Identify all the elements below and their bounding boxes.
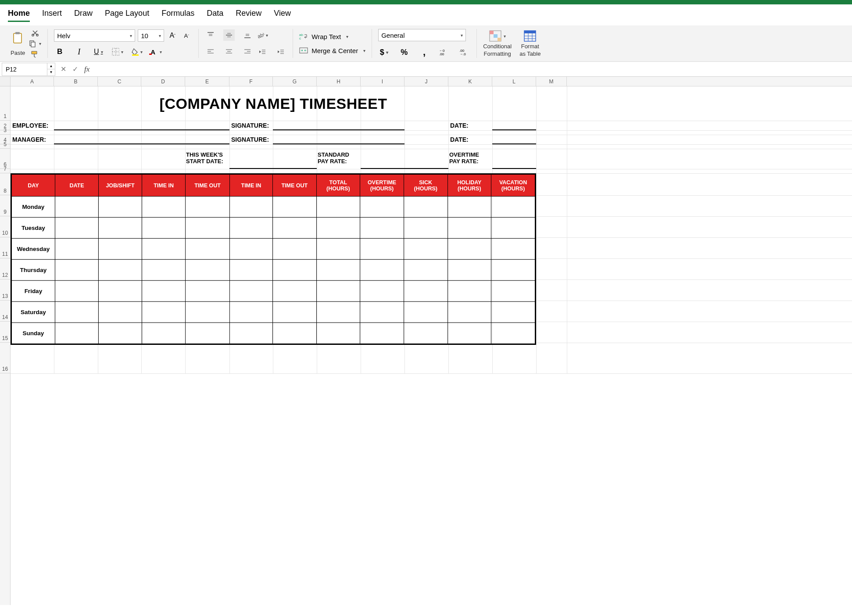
data-cell[interactable] <box>360 239 404 260</box>
ribbon-tab-formulas[interactable]: Formulas <box>161 9 194 22</box>
font-color-button[interactable]: A ▾ <box>150 46 162 57</box>
data-cell[interactable] <box>491 302 535 323</box>
column-header[interactable]: A <box>11 77 54 86</box>
data-cell[interactable] <box>447 218 491 239</box>
column-header[interactable]: J <box>405 77 448 86</box>
data-cell[interactable] <box>316 260 360 281</box>
data-cell[interactable] <box>142 218 185 239</box>
data-cell[interactable] <box>186 239 229 260</box>
row-header[interactable]: 15 <box>0 322 10 343</box>
data-cell[interactable] <box>491 281 535 302</box>
data-cell[interactable] <box>273 218 316 239</box>
data-cell[interactable] <box>447 197 491 218</box>
row-header[interactable]: 10 <box>0 216 10 237</box>
data-cell[interactable] <box>491 260 535 281</box>
align-top-icon[interactable] <box>205 29 216 41</box>
percent-button[interactable]: % <box>398 47 410 58</box>
bold-button[interactable]: B <box>54 46 65 57</box>
number-format-combo[interactable]: General ▾ <box>378 29 466 41</box>
week-start-field[interactable] <box>229 168 317 169</box>
column-header[interactable]: D <box>141 77 185 86</box>
format-painter-icon[interactable] <box>29 50 41 58</box>
employee-signature-field[interactable] <box>273 129 405 130</box>
name-box-spinner[interactable]: ▲ ▼ <box>47 63 55 76</box>
data-cell[interactable] <box>316 323 360 344</box>
paste-icon[interactable] <box>11 31 25 46</box>
data-cell[interactable] <box>99 302 142 323</box>
data-cell[interactable] <box>447 281 491 302</box>
align-bottom-icon[interactable] <box>242 29 253 41</box>
increase-font-icon[interactable]: Aˆ <box>167 30 178 41</box>
data-cell[interactable] <box>404 218 447 239</box>
data-cell[interactable] <box>229 197 272 218</box>
row-header[interactable]: 3 <box>0 130 10 135</box>
conditional-formatting-icon[interactable]: ▾ <box>489 30 506 42</box>
data-cell[interactable] <box>229 281 272 302</box>
row-header[interactable]: 14 <box>0 301 10 322</box>
align-middle-icon[interactable] <box>223 29 235 41</box>
column-header[interactable]: B <box>54 77 98 86</box>
decrease-font-icon[interactable]: Aˇ <box>181 30 192 41</box>
ribbon-tab-draw[interactable]: Draw <box>74 9 93 22</box>
data-cell[interactable] <box>186 197 229 218</box>
data-cell[interactable] <box>316 197 360 218</box>
employee-date-field[interactable] <box>492 129 536 130</box>
row-header[interactable]: 13 <box>0 279 10 301</box>
data-cell[interactable] <box>99 218 142 239</box>
data-cell[interactable] <box>404 239 447 260</box>
data-cell[interactable] <box>273 260 316 281</box>
data-cell[interactable] <box>404 281 447 302</box>
data-cell[interactable] <box>99 197 142 218</box>
data-cell[interactable] <box>273 239 316 260</box>
data-cell[interactable] <box>186 323 229 344</box>
increase-indent-icon[interactable] <box>275 46 286 57</box>
data-cell[interactable] <box>186 218 229 239</box>
data-cell[interactable] <box>404 323 447 344</box>
wrap-text-button[interactable]: abc Wrap Text ▾ <box>299 32 365 40</box>
ribbon-tab-data[interactable]: Data <box>207 9 223 22</box>
copy-icon[interactable]: ▾ <box>29 39 41 47</box>
data-cell[interactable] <box>447 239 491 260</box>
align-center-icon[interactable] <box>223 46 235 57</box>
row-header[interactable]: 12 <box>0 258 10 279</box>
data-cell[interactable] <box>142 302 185 323</box>
column-header[interactable]: E <box>185 77 229 86</box>
data-cell[interactable] <box>55 323 98 344</box>
borders-button[interactable]: ▾ <box>112 46 123 57</box>
data-cell[interactable] <box>99 323 142 344</box>
font-size-combo[interactable]: 10 ▾ <box>138 29 164 42</box>
data-cell[interactable] <box>229 260 272 281</box>
fill-color-button[interactable]: ▾ <box>131 46 143 57</box>
data-cell[interactable] <box>360 197 404 218</box>
cancel-icon[interactable]: ✕ <box>61 65 66 74</box>
data-cell[interactable] <box>360 323 404 344</box>
data-cell[interactable] <box>491 218 535 239</box>
data-cell[interactable] <box>142 323 185 344</box>
data-cell[interactable] <box>404 197 447 218</box>
ribbon-tab-insert[interactable]: Insert <box>42 9 62 22</box>
data-cell[interactable] <box>273 302 316 323</box>
data-cell[interactable] <box>186 302 229 323</box>
row-header[interactable]: 8 <box>0 173 10 195</box>
data-cell[interactable] <box>55 260 98 281</box>
data-cell[interactable] <box>316 281 360 302</box>
fx-icon[interactable]: fx <box>84 65 89 74</box>
data-cell[interactable] <box>55 197 98 218</box>
enter-icon[interactable]: ✓ <box>72 65 78 74</box>
column-header[interactable]: K <box>448 77 492 86</box>
data-cell[interactable] <box>273 323 316 344</box>
data-cell[interactable] <box>491 323 535 344</box>
spinner-down-icon[interactable]: ▼ <box>47 69 55 75</box>
row-header[interactable]: 11 <box>0 237 10 258</box>
italic-button[interactable]: I <box>73 46 85 57</box>
data-cell[interactable] <box>229 218 272 239</box>
data-cell[interactable] <box>316 239 360 260</box>
data-cell[interactable] <box>491 239 535 260</box>
formula-input[interactable] <box>95 62 852 76</box>
column-header[interactable]: M <box>536 77 567 86</box>
decrease-indent-icon[interactable] <box>257 46 268 57</box>
employee-field[interactable] <box>54 129 229 130</box>
ribbon-tab-page-layout[interactable]: Page Layout <box>105 9 149 22</box>
data-cell[interactable] <box>142 281 185 302</box>
data-cell[interactable] <box>99 239 142 260</box>
